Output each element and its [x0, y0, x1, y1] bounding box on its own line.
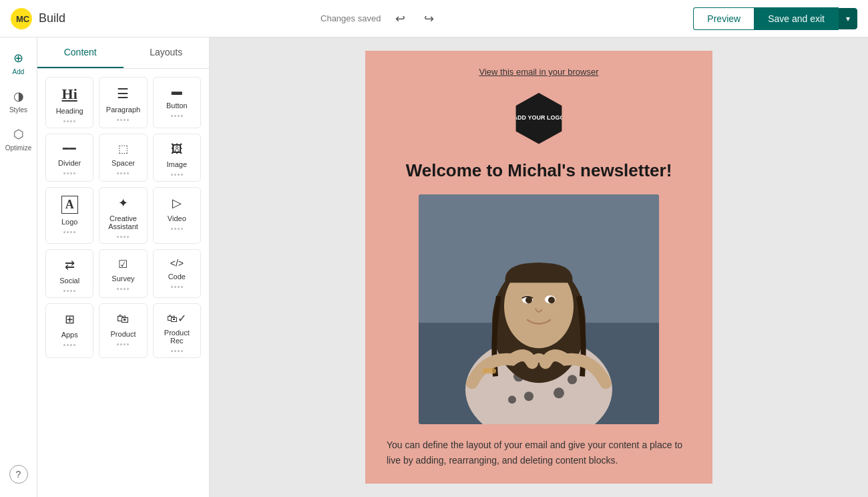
svg-point-11 [568, 375, 577, 384]
content-panel: Content Layouts Hi Heading ☰ Paragraph ▬ [37, 37, 210, 497]
video-label: Video [168, 214, 186, 222]
code-label: Code [168, 273, 186, 281]
code-icon: </> [170, 258, 184, 269]
save-exit-button[interactable]: Save and exit [754, 7, 839, 30]
optimize-icon: ⬡ [13, 127, 24, 142]
styles-icon: ◑ [13, 89, 24, 104]
social-label: Social [59, 277, 79, 285]
content-item-creative-assistant[interactable]: ✦ Creative Assistant [99, 187, 147, 244]
email-logo-text: ADD YOUR LOGO [513, 114, 565, 122]
paragraph-icon: ☰ [117, 86, 129, 102]
changes-saved-status: Changes saved [320, 13, 381, 23]
image-label: Image [167, 160, 188, 168]
video-dots [171, 228, 183, 230]
content-items-grid: Hi Heading ☰ Paragraph ▬ Button ━━ Divid… [37, 69, 209, 366]
social-icon: ⇄ [65, 258, 75, 273]
content-item-divider[interactable]: ━━ Divider [45, 134, 93, 182]
email-hero-image [419, 194, 659, 425]
svg-point-8 [524, 391, 533, 401]
hero-image-svg [419, 194, 659, 425]
creative-assistant-dots [117, 236, 129, 238]
image-icon: 🖼 [171, 142, 183, 156]
content-item-spacer[interactable]: ⬚ Spacer [99, 134, 147, 182]
preview-button[interactable]: Preview [693, 7, 754, 30]
sidebar-item-styles[interactable]: ◑ Styles [3, 84, 35, 119]
creative-assistant-icon: ✦ [118, 196, 128, 210]
survey-dots [117, 288, 129, 290]
email-preview-area: View this email in your browser ADD YOUR… [210, 37, 868, 497]
product-label: Product [111, 330, 136, 338]
svg-point-19 [548, 297, 555, 303]
button-dots [171, 115, 183, 117]
panel-tabs: Content Layouts [37, 37, 209, 69]
svg-text:MC: MC [16, 14, 30, 24]
email-body-text: You can define the layout of your email … [387, 438, 691, 468]
content-item-product[interactable]: 🛍 Product [99, 303, 147, 358]
content-item-logo[interactable]: A Logo [45, 187, 93, 244]
content-item-button[interactable]: ▬ Button [153, 77, 201, 128]
heading-label: Heading [56, 107, 83, 115]
sidebar-item-optimize[interactable]: ⬡ Optimize [3, 122, 35, 157]
undo-button[interactable]: ↩ [391, 7, 409, 30]
main-layout: ⊕ Add ◑ Styles ⬡ Optimize ? Content Layo… [0, 37, 868, 497]
content-item-social[interactable]: ⇄ Social [45, 249, 93, 298]
logo-dots [63, 231, 75, 233]
topbar-left: MC Build [11, 8, 65, 29]
content-item-code[interactable]: </> Code [153, 249, 201, 298]
sidebar-icons: ⊕ Add ◑ Styles ⬡ Optimize ? [0, 37, 37, 497]
social-dots [63, 290, 75, 292]
button-icon: ▬ [172, 86, 182, 98]
tab-content[interactable]: Content [37, 37, 124, 68]
spacer-icon: ⬚ [118, 142, 128, 155]
heading-dots [63, 120, 75, 122]
topbar-actions: Preview Save and exit ▾ [693, 7, 857, 30]
email-logo-placeholder: ADD YOUR LOGO [512, 93, 566, 144]
view-browser-link[interactable]: View this email in your browser [479, 67, 599, 77]
content-item-heading[interactable]: Hi Heading [45, 77, 93, 128]
divider-label: Divider [58, 159, 81, 167]
email-wrapper: View this email in your browser ADD YOUR… [365, 51, 712, 484]
sidebar-label-optimize: Optimize [5, 144, 31, 152]
code-dots [171, 286, 183, 288]
tab-layouts[interactable]: Layouts [124, 37, 210, 68]
sidebar-item-add[interactable]: ⊕ Add [3, 45, 35, 81]
creative-assistant-label: Creative Assistant [103, 214, 142, 230]
page-title: Build [39, 11, 65, 25]
content-item-apps[interactable]: ⊞ Apps [45, 303, 93, 358]
svg-point-9 [554, 387, 564, 398]
divider-dots [63, 172, 75, 174]
logo-label: Logo [61, 218, 77, 226]
product-rec-dots [171, 350, 183, 352]
add-icon: ⊕ [13, 51, 23, 65]
logo-icon: A [61, 196, 78, 214]
help-button[interactable]: ? [9, 465, 28, 484]
paragraph-label: Paragraph [106, 106, 140, 114]
video-icon: ▷ [172, 196, 182, 210]
heading-icon: Hi [62, 86, 77, 103]
help-icon: ? [16, 469, 21, 480]
spacer-dots [117, 172, 129, 174]
divider-icon: ━━ [63, 142, 76, 155]
product-dots [117, 343, 129, 345]
svg-rect-20 [483, 368, 496, 373]
apps-label: Apps [61, 331, 78, 339]
survey-icon: ☑ [118, 258, 128, 271]
content-item-image[interactable]: 🖼 Image [153, 134, 201, 182]
topbar-center: Changes saved ↩ ↪ [320, 7, 438, 30]
mailchimp-logo: MC [11, 8, 32, 29]
product-rec-label: Product Rec [158, 329, 196, 345]
content-item-survey[interactable]: ☑ Survey [99, 249, 147, 298]
content-item-paragraph[interactable]: ☰ Paragraph [99, 77, 147, 128]
svg-point-10 [508, 395, 516, 403]
redo-button[interactable]: ↪ [420, 7, 438, 30]
button-label: Button [166, 102, 188, 110]
sidebar-label-add: Add [13, 68, 25, 75]
product-icon: 🛍 [117, 312, 129, 326]
save-dropdown-button[interactable]: ▾ [839, 8, 857, 29]
apps-icon: ⊞ [65, 312, 75, 327]
content-item-video[interactable]: ▷ Video [153, 187, 201, 244]
sidebar-label-styles: Styles [9, 106, 27, 114]
survey-label: Survey [112, 275, 134, 283]
image-dots [171, 174, 183, 176]
content-item-product-rec[interactable]: 🛍✓ Product Rec [153, 303, 201, 358]
